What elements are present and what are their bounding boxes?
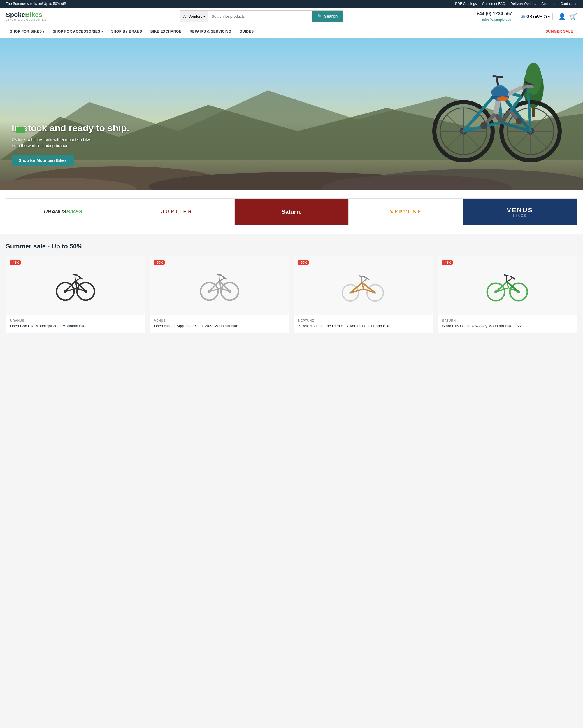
svg-line-100 [504, 275, 508, 276]
customer-faq-link[interactable]: Customer FAQ [482, 2, 505, 6]
svg-line-98 [510, 276, 515, 279]
brand-saturn-label: Saturn. [282, 209, 302, 215]
pdf-catalogs-link[interactable]: PDF Catalogs [455, 2, 477, 6]
nav-summer-sale[interactable]: Summer Sale [542, 25, 577, 37]
svg-line-74 [217, 275, 222, 275]
nav-shop-by-brand[interactable]: Shop by Brand [107, 25, 146, 37]
brand-jupiter[interactable]: JUPITER [120, 199, 235, 225]
search-button-label: Search [324, 14, 338, 19]
svg-line-60 [75, 275, 76, 281]
product-image-area: -50% [294, 256, 433, 315]
chevron-down-icon: ▾ [203, 15, 205, 18]
brand-uranus[interactable]: URANUSBIKES [6, 199, 120, 225]
header-right: +44 (0) 1234 567 info@example.com 🇬🇷 GR … [477, 10, 577, 22]
hero-indicator [16, 127, 25, 133]
product-bike-image [484, 268, 531, 303]
svg-line-58 [76, 278, 80, 281]
svg-point-47 [480, 122, 488, 129]
discount-badge: -50% [154, 260, 165, 265]
product-bike-image [340, 268, 387, 303]
search-icon: 🔍 [317, 14, 323, 19]
svg-line-84 [362, 279, 366, 283]
top-banner: The Summer sale is on! Up to 50% off! PD… [0, 0, 583, 7]
brand-saturn[interactable]: Saturn. [235, 199, 349, 225]
hero-section: In stock and ready to ship. It's time to… [0, 38, 583, 189]
product-card[interactable]: -41% URANUS [6, 256, 145, 333]
nav-bike-exchange[interactable]: Bike Exchange [146, 25, 186, 37]
brand-neptune[interactable]: NEPTUNE [349, 199, 463, 225]
contact-us-link[interactable]: Contact us [560, 2, 577, 6]
cart-icon[interactable]: 🛒 [570, 13, 577, 20]
hero-subtitle: It's time to hit the trails with a mount… [12, 136, 93, 149]
svg-line-42 [522, 86, 533, 87]
account-icon[interactable]: 👤 [558, 13, 566, 20]
logo-bikes: Bikes [25, 11, 42, 18]
svg-line-73 [219, 275, 220, 281]
nav-left: Shop for Bikes ▾ Shop for Accessories ▾ … [6, 25, 258, 37]
delivery-options-link[interactable]: Delivery Options [510, 2, 536, 6]
brands-grid: URANUSBIKES JUPITER Saturn. NEPTUNE VENU… [6, 198, 577, 225]
svg-line-71 [220, 278, 224, 281]
svg-point-48 [516, 118, 522, 124]
vendor-select[interactable]: All Vendors ▾ [180, 11, 208, 22]
main-nav: Shop for Bikes ▾ Shop for Accessories ▾ … [0, 25, 583, 38]
currency-selector[interactable]: 🇬🇷 GR (EUR €) ▾ [518, 13, 553, 20]
product-info: URANUS Used Cox F18 Moonlight 2022 Mount… [6, 315, 145, 333]
discount-badge: -42% [442, 260, 453, 265]
discount-badge: -41% [10, 260, 21, 265]
product-image-area: -41% [6, 256, 145, 315]
product-brand: VENUS [154, 319, 285, 322]
nav-repairs[interactable]: Repairs & Servicing [186, 25, 235, 37]
product-card[interactable]: -50% NEPTUNE [294, 256, 433, 333]
product-name: Used Albeon Aggressor Stark 2022 Mountai… [154, 323, 285, 329]
products-grid: -41% URANUS [6, 256, 577, 333]
product-image-area: -42% [438, 256, 577, 315]
sale-title: Summer sale - Up to 50% [6, 243, 577, 250]
nav-shop-bikes[interactable]: Shop for Bikes ▾ [6, 25, 49, 37]
hero-title: In stock and ready to ship. [12, 123, 130, 134]
product-brand: SATURN [442, 319, 573, 322]
product-bike-image [52, 268, 99, 303]
svg-point-46 [497, 96, 509, 101]
svg-line-33 [528, 84, 530, 131]
svg-line-85 [364, 277, 369, 280]
discount-badge: -50% [298, 260, 309, 265]
logo[interactable]: SpokeBikes BIKES & ACCESSORIES [6, 12, 47, 21]
brands-section: URANUSBIKES JUPITER Saturn. NEPTUNE VENU… [0, 189, 583, 234]
hero-content: In stock and ready to ship. It's time to… [12, 123, 130, 166]
svg-line-87 [359, 276, 363, 277]
product-info: SATURN Stark F150 Cool Raw Alloy Mountai… [438, 315, 577, 333]
hero-biker [417, 38, 568, 166]
svg-line-99 [506, 276, 507, 282]
product-name: Stark F150 Cool Raw Alloy Mountain Bike … [442, 323, 573, 329]
product-card[interactable]: -42% SATURN [438, 256, 577, 333]
brand-venus[interactable]: VENUS BIKES [463, 199, 577, 225]
search-button[interactable]: 🔍 Search [312, 11, 343, 22]
product-brand: URANUS [10, 319, 141, 322]
brand-jupiter-label: JUPITER [161, 209, 193, 214]
promo-text: The Summer sale is on! Up to 50% off! [6, 2, 66, 6]
nav-guides[interactable]: Guides [235, 25, 258, 37]
product-brand: NEPTUNE [298, 319, 429, 322]
chevron-down-icon: ▾ [548, 14, 550, 19]
svg-line-97 [507, 278, 512, 282]
product-image-area: -50% [150, 256, 289, 315]
product-card[interactable]: -50% VENUS [150, 256, 289, 333]
logo-sub: BIKES & ACCESSORIES [6, 18, 47, 21]
contact-phone: +44 (0) 1234 567 [477, 10, 512, 17]
search-input[interactable] [208, 11, 312, 22]
shop-mountain-bikes-button[interactable]: Shop for Mountain Bikes [12, 155, 74, 166]
product-name: XTrek 2021 Europe Ultra SL 7 Ventura Ult… [298, 323, 429, 329]
nav-shop-accessories[interactable]: Shop for Accessories ▾ [49, 25, 107, 37]
product-name: Used Cox F18 Moonlight 2022 Mountain Bik… [10, 323, 141, 329]
svg-line-61 [73, 275, 78, 275]
brand-neptune-label: NEPTUNE [389, 209, 422, 215]
vendor-label: All Vendors [183, 14, 202, 19]
logo-spoke: Spoke [6, 11, 25, 18]
currency-label: GR (EUR €) [526, 14, 547, 19]
about-us-link[interactable]: About us [541, 2, 555, 6]
contact-email: info@example.com [477, 17, 512, 22]
product-info: VENUS Used Albeon Aggressor Stark 2022 M… [150, 315, 289, 333]
chevron-down-icon: ▾ [102, 30, 103, 33]
contact-info: +44 (0) 1234 567 info@example.com [477, 10, 512, 22]
